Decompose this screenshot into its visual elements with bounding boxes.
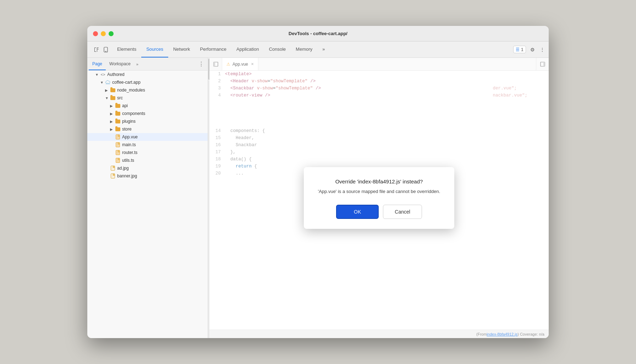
settings-icon[interactable]: ⚙ <box>529 46 536 53</box>
folder-icon-components <box>115 111 121 116</box>
sidebar-tab-workspace[interactable]: Workspace <box>106 58 134 70</box>
dialog-subtitle: 'App.vue' is a source mapped file and ca… <box>318 188 440 195</box>
sidebar-tabs: Page Workspace » ⋮ <box>87 58 208 71</box>
tree-label-utils-ts: utils.ts <box>122 158 134 163</box>
tree-label-node-modules: node_modules <box>117 88 145 93</box>
console-count: 1 <box>521 47 523 52</box>
tree-coffee-cart[interactable]: ▼ coffee-cart.app <box>87 78 208 86</box>
tree-label-src: src <box>117 95 123 100</box>
tab-sources[interactable]: Sources <box>141 42 168 57</box>
tab-performance[interactable]: Performance <box>195 42 231 57</box>
tab-memory[interactable]: Memory <box>291 42 317 57</box>
toolbar-tabs: Elements Sources Network Performance App… <box>112 42 330 57</box>
tree-label-ad-jpg: ad.jpg <box>117 166 129 171</box>
cloud-folder-icon <box>105 79 111 85</box>
tree-label-store: store <box>122 127 132 132</box>
svg-rect-7 <box>105 51 106 52</box>
svg-rect-4 <box>97 48 97 52</box>
window-title: DevTools - coffee-cart.app/ <box>289 31 347 36</box>
folder-icon-api <box>115 103 121 109</box>
console-badge[interactable]: ☰ 1 <box>513 46 526 53</box>
tree-label-app-vue: App.vue <box>122 134 138 139</box>
toolbar-icons <box>90 46 112 53</box>
file-icon-router-ts <box>115 150 121 155</box>
toolbar: Elements Sources Network Performance App… <box>87 42 549 58</box>
tree-src[interactable]: ▼ src <box>87 94 208 102</box>
mobile-icon[interactable] <box>102 46 109 53</box>
dialog-ok-button[interactable]: OK <box>336 205 379 219</box>
folder-icon-plugins <box>115 118 121 124</box>
dialog-title: Override 'index-8bfa4912.js' instead? <box>318 178 440 184</box>
more-menu-icon[interactable]: ⋮ <box>539 46 546 53</box>
tree-ad-jpg[interactable]: ad.jpg <box>87 164 208 172</box>
tree-main-ts[interactable]: main.ts <box>87 141 208 149</box>
folder-icon-store <box>115 126 121 132</box>
svg-rect-8 <box>106 83 110 84</box>
tree-router-ts[interactable]: router.ts <box>87 149 208 156</box>
tree-app-vue[interactable]: App.vue <box>87 133 208 141</box>
tree-label-api: api <box>122 103 128 108</box>
file-icon-ad-jpg <box>110 165 116 171</box>
titlebar: DevTools - coffee-cart.app/ <box>87 26 549 42</box>
tree-arrow-store: ▶ <box>110 127 115 131</box>
dialog: Override 'index-8bfa4912.js' instead? 'A… <box>304 167 455 229</box>
maximize-button[interactable] <box>109 31 114 36</box>
tree-api[interactable]: ▶ api <box>87 102 208 110</box>
devtools-window: DevTools - coffee-cart.app/ <box>87 26 549 338</box>
tree-label-plugins: plugins <box>122 119 136 124</box>
tab-elements[interactable]: Elements <box>112 42 141 57</box>
tree-label-authored: Authored <box>107 72 125 77</box>
tree-label-main-ts: main.ts <box>122 142 136 147</box>
file-icon-utils-ts <box>115 158 121 163</box>
dialog-overlay: Override 'index-8bfa4912.js' instead? 'A… <box>209 58 549 338</box>
tree-node-modules[interactable]: ▶ node_modules <box>87 86 208 94</box>
code-area: ⚠ App.vue ✕ 1 <template> <box>209 58 549 338</box>
tab-network[interactable]: Network <box>168 42 195 57</box>
console-message-icon: ☰ <box>516 47 520 52</box>
close-button[interactable] <box>93 31 98 36</box>
svg-rect-1 <box>94 48 95 52</box>
cursor-icon[interactable] <box>93 46 100 53</box>
dialog-buttons: OK Cancel <box>318 205 440 219</box>
tree-label-components: components <box>122 111 145 116</box>
sidebar-tab-page[interactable]: Page <box>89 58 106 70</box>
tree-label-router-ts: router.ts <box>122 150 137 155</box>
tree-components[interactable]: ▶ components <box>87 110 208 117</box>
tab-console[interactable]: Console <box>264 42 291 57</box>
authored-icon: <> <box>100 72 106 77</box>
tree-label-coffee-cart: coffee-cart.app <box>112 80 141 85</box>
sidebar-menu-button[interactable]: ⋮ <box>196 61 206 67</box>
main-area: Page Workspace » ⋮ ▼ <> Authored ▼ <box>87 58 549 338</box>
tree-label-banner-jpg: banner.jpg <box>117 173 137 178</box>
folder-icon-src <box>110 95 116 101</box>
file-icon-app-vue <box>115 134 121 140</box>
tree-arrow-components: ▶ <box>110 112 115 116</box>
minimize-button[interactable] <box>101 31 106 36</box>
file-icon-banner-jpg <box>110 173 116 179</box>
sidebar-tree: ▼ <> Authored ▼ coffee-cart.app <box>87 71 208 338</box>
tree-arrow-coffee-cart: ▼ <box>100 81 105 84</box>
sidebar-tab-more[interactable]: » <box>134 62 141 66</box>
tree-arrow-api: ▶ <box>110 104 115 108</box>
tree-plugins[interactable]: ▶ plugins <box>87 117 208 125</box>
tree-authored[interactable]: ▼ <> Authored <box>87 71 208 78</box>
dialog-cancel-button[interactable]: Cancel <box>383 205 422 219</box>
tab-more[interactable]: » <box>317 42 330 57</box>
tree-banner-jpg[interactable]: banner.jpg <box>87 172 208 180</box>
svg-rect-2 <box>94 51 96 52</box>
folder-icon-node-modules <box>110 87 116 93</box>
tree-store[interactable]: ▶ store <box>87 125 208 133</box>
toolbar-right: ☰ 1 ⚙ ⋮ <box>513 46 546 53</box>
tab-application[interactable]: Application <box>231 42 264 57</box>
tree-arrow-src: ▼ <box>105 96 110 100</box>
file-icon-main-ts <box>115 142 121 148</box>
tree-arrow-authored: ▼ <box>95 73 100 77</box>
tree-utils-ts[interactable]: utils.ts <box>87 156 208 164</box>
sidebar: Page Workspace » ⋮ ▼ <> Authored ▼ <box>87 58 208 338</box>
window-controls <box>93 31 114 36</box>
tree-arrow-node-modules: ▶ <box>105 88 110 92</box>
svg-rect-5 <box>97 48 99 48</box>
tree-arrow-plugins: ▶ <box>110 120 115 123</box>
